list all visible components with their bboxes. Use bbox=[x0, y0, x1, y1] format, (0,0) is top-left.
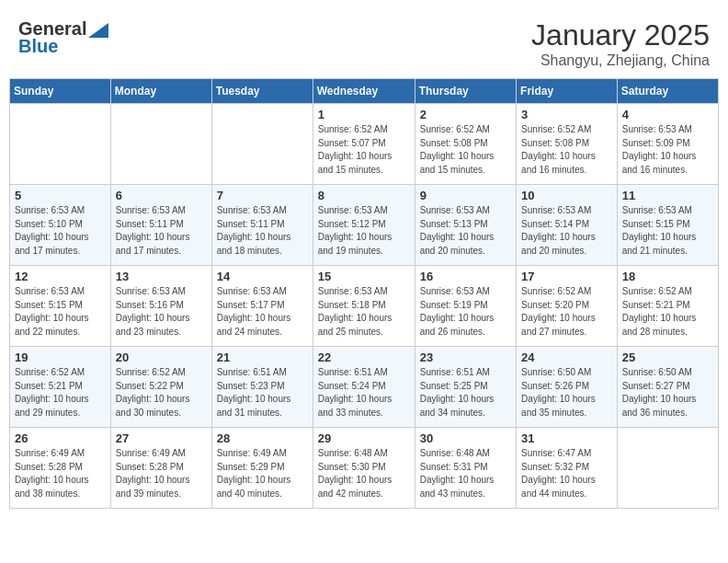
day-number: 31 bbox=[521, 431, 612, 445]
calendar-cell: 10Sunrise: 6:53 AM Sunset: 5:14 PM Dayli… bbox=[517, 185, 618, 266]
calendar-cell: 17Sunrise: 6:52 AM Sunset: 5:20 PM Dayli… bbox=[517, 266, 618, 347]
day-number: 4 bbox=[622, 108, 713, 121]
calendar-week-row: 19Sunrise: 6:52 AM Sunset: 5:21 PM Dayli… bbox=[10, 347, 719, 428]
calendar-cell: 12Sunrise: 6:53 AM Sunset: 5:15 PM Dayli… bbox=[10, 266, 111, 347]
calendar-table: SundayMondayTuesdayWednesdayThursdayFrid… bbox=[9, 78, 719, 509]
calendar-cell: 7Sunrise: 6:53 AM Sunset: 5:11 PM Daylig… bbox=[211, 185, 313, 266]
calendar-header-monday: Monday bbox=[110, 79, 211, 104]
day-info: Sunrise: 6:52 AM Sunset: 5:20 PM Dayligh… bbox=[521, 285, 612, 339]
day-number: 16 bbox=[420, 270, 511, 283]
calendar-cell: 4Sunrise: 6:53 AM Sunset: 5:09 PM Daylig… bbox=[617, 104, 718, 185]
day-number: 30 bbox=[420, 431, 511, 445]
day-number: 14 bbox=[217, 270, 308, 283]
calendar-cell: 22Sunrise: 6:51 AM Sunset: 5:24 PM Dayli… bbox=[313, 347, 415, 428]
day-info: Sunrise: 6:52 AM Sunset: 5:21 PM Dayligh… bbox=[15, 366, 106, 419]
day-number: 5 bbox=[15, 189, 106, 202]
day-info: Sunrise: 6:53 AM Sunset: 5:18 PM Dayligh… bbox=[318, 285, 410, 339]
calendar-cell: 2Sunrise: 6:52 AM Sunset: 5:08 PM Daylig… bbox=[415, 104, 516, 185]
location: Shangyu, Zhejiang, China bbox=[531, 52, 710, 69]
calendar-header-tuesday: Tuesday bbox=[211, 79, 313, 104]
calendar-cell: 6Sunrise: 6:53 AM Sunset: 5:11 PM Daylig… bbox=[110, 185, 211, 266]
day-number: 22 bbox=[318, 350, 410, 364]
calendar-header-wednesday: Wednesday bbox=[313, 79, 415, 104]
day-number: 15 bbox=[318, 270, 410, 283]
calendar-week-row: 5Sunrise: 6:53 AM Sunset: 5:10 PM Daylig… bbox=[10, 185, 719, 266]
day-info: Sunrise: 6:53 AM Sunset: 5:17 PM Dayligh… bbox=[217, 285, 308, 339]
calendar-cell: 28Sunrise: 6:49 AM Sunset: 5:29 PM Dayli… bbox=[211, 428, 313, 509]
day-number: 12 bbox=[15, 270, 106, 283]
calendar-cell: 11Sunrise: 6:53 AM Sunset: 5:15 PM Dayli… bbox=[617, 185, 718, 266]
day-number: 9 bbox=[420, 189, 511, 202]
calendar-cell: 15Sunrise: 6:53 AM Sunset: 5:18 PM Dayli… bbox=[313, 266, 415, 347]
day-info: Sunrise: 6:51 AM Sunset: 5:25 PM Dayligh… bbox=[420, 366, 511, 419]
calendar-cell: 14Sunrise: 6:53 AM Sunset: 5:17 PM Dayli… bbox=[211, 266, 313, 347]
calendar-cell: 9Sunrise: 6:53 AM Sunset: 5:13 PM Daylig… bbox=[415, 185, 516, 266]
day-number: 29 bbox=[318, 431, 410, 445]
day-number: 23 bbox=[420, 350, 511, 364]
day-info: Sunrise: 6:53 AM Sunset: 5:15 PM Dayligh… bbox=[622, 204, 713, 258]
day-info: Sunrise: 6:52 AM Sunset: 5:07 PM Dayligh… bbox=[318, 123, 410, 177]
calendar-cell: 13Sunrise: 6:53 AM Sunset: 5:16 PM Dayli… bbox=[110, 266, 211, 347]
calendar-cell: 16Sunrise: 6:53 AM Sunset: 5:19 PM Dayli… bbox=[415, 266, 516, 347]
calendar-cell: 1Sunrise: 6:52 AM Sunset: 5:07 PM Daylig… bbox=[313, 104, 415, 185]
calendar-header-row: SundayMondayTuesdayWednesdayThursdayFrid… bbox=[10, 79, 719, 104]
day-info: Sunrise: 6:52 AM Sunset: 5:22 PM Dayligh… bbox=[116, 366, 207, 419]
calendar-cell bbox=[211, 104, 313, 185]
day-info: Sunrise: 6:53 AM Sunset: 5:10 PM Dayligh… bbox=[15, 204, 106, 258]
day-info: Sunrise: 6:51 AM Sunset: 5:24 PM Dayligh… bbox=[318, 366, 410, 419]
calendar-cell: 30Sunrise: 6:48 AM Sunset: 5:31 PM Dayli… bbox=[415, 428, 516, 509]
calendar-cell: 3Sunrise: 6:52 AM Sunset: 5:08 PM Daylig… bbox=[517, 104, 618, 185]
calendar-cell bbox=[10, 104, 111, 185]
title-block: January 2025 Shangyu, Zhejiang, China bbox=[531, 18, 710, 69]
day-number: 8 bbox=[318, 189, 410, 202]
calendar-week-row: 26Sunrise: 6:49 AM Sunset: 5:28 PM Dayli… bbox=[10, 428, 719, 509]
calendar-cell: 20Sunrise: 6:52 AM Sunset: 5:22 PM Dayli… bbox=[110, 347, 211, 428]
day-number: 1 bbox=[318, 108, 410, 121]
calendar-cell: 24Sunrise: 6:50 AM Sunset: 5:26 PM Dayli… bbox=[517, 347, 618, 428]
calendar-cell: 27Sunrise: 6:49 AM Sunset: 5:28 PM Dayli… bbox=[110, 428, 211, 509]
month-title: January 2025 bbox=[531, 18, 710, 52]
day-number: 10 bbox=[521, 189, 612, 202]
calendar-cell: 31Sunrise: 6:47 AM Sunset: 5:32 PM Dayli… bbox=[517, 428, 618, 509]
page-header: General Blue January 2025 Shangyu, Zheji… bbox=[9, 9, 719, 74]
day-number: 19 bbox=[15, 350, 106, 364]
day-number: 26 bbox=[15, 431, 106, 445]
day-info: Sunrise: 6:49 AM Sunset: 5:29 PM Dayligh… bbox=[217, 447, 308, 500]
calendar-cell: 18Sunrise: 6:52 AM Sunset: 5:21 PM Dayli… bbox=[617, 266, 718, 347]
day-info: Sunrise: 6:47 AM Sunset: 5:32 PM Dayligh… bbox=[521, 447, 612, 500]
day-number: 20 bbox=[116, 350, 207, 364]
day-info: Sunrise: 6:53 AM Sunset: 5:09 PM Dayligh… bbox=[622, 123, 713, 177]
calendar-cell bbox=[110, 104, 211, 185]
day-info: Sunrise: 6:51 AM Sunset: 5:23 PM Dayligh… bbox=[217, 366, 308, 419]
day-info: Sunrise: 6:49 AM Sunset: 5:28 PM Dayligh… bbox=[15, 447, 106, 500]
day-number: 13 bbox=[116, 270, 207, 283]
calendar-cell: 8Sunrise: 6:53 AM Sunset: 5:12 PM Daylig… bbox=[313, 185, 415, 266]
calendar-cell: 23Sunrise: 6:51 AM Sunset: 5:25 PM Dayli… bbox=[415, 347, 516, 428]
calendar-cell bbox=[617, 428, 718, 509]
day-info: Sunrise: 6:48 AM Sunset: 5:31 PM Dayligh… bbox=[420, 447, 511, 500]
day-info: Sunrise: 6:52 AM Sunset: 5:21 PM Dayligh… bbox=[622, 285, 713, 339]
calendar-cell: 5Sunrise: 6:53 AM Sunset: 5:10 PM Daylig… bbox=[10, 185, 111, 266]
day-info: Sunrise: 6:53 AM Sunset: 5:16 PM Dayligh… bbox=[116, 285, 207, 339]
calendar-cell: 19Sunrise: 6:52 AM Sunset: 5:21 PM Dayli… bbox=[10, 347, 111, 428]
day-number: 28 bbox=[217, 431, 308, 445]
day-info: Sunrise: 6:52 AM Sunset: 5:08 PM Dayligh… bbox=[521, 123, 612, 177]
day-number: 2 bbox=[420, 108, 511, 121]
day-info: Sunrise: 6:48 AM Sunset: 5:30 PM Dayligh… bbox=[318, 447, 410, 500]
day-number: 18 bbox=[622, 270, 713, 283]
day-number: 7 bbox=[217, 189, 308, 202]
day-info: Sunrise: 6:49 AM Sunset: 5:28 PM Dayligh… bbox=[116, 447, 207, 500]
calendar-week-row: 12Sunrise: 6:53 AM Sunset: 5:15 PM Dayli… bbox=[10, 266, 719, 347]
day-info: Sunrise: 6:53 AM Sunset: 5:11 PM Dayligh… bbox=[217, 204, 308, 258]
calendar-cell: 29Sunrise: 6:48 AM Sunset: 5:30 PM Dayli… bbox=[313, 428, 415, 509]
svg-marker-0 bbox=[88, 23, 108, 38]
calendar-header-saturday: Saturday bbox=[617, 79, 718, 104]
day-number: 17 bbox=[521, 270, 612, 283]
calendar-cell: 25Sunrise: 6:50 AM Sunset: 5:27 PM Dayli… bbox=[617, 347, 718, 428]
calendar-cell: 21Sunrise: 6:51 AM Sunset: 5:23 PM Dayli… bbox=[211, 347, 313, 428]
day-number: 11 bbox=[622, 189, 713, 202]
day-info: Sunrise: 6:50 AM Sunset: 5:26 PM Dayligh… bbox=[521, 366, 612, 419]
calendar-header-thursday: Thursday bbox=[415, 79, 516, 104]
day-info: Sunrise: 6:53 AM Sunset: 5:13 PM Dayligh… bbox=[420, 204, 511, 258]
day-info: Sunrise: 6:53 AM Sunset: 5:19 PM Dayligh… bbox=[420, 285, 511, 339]
